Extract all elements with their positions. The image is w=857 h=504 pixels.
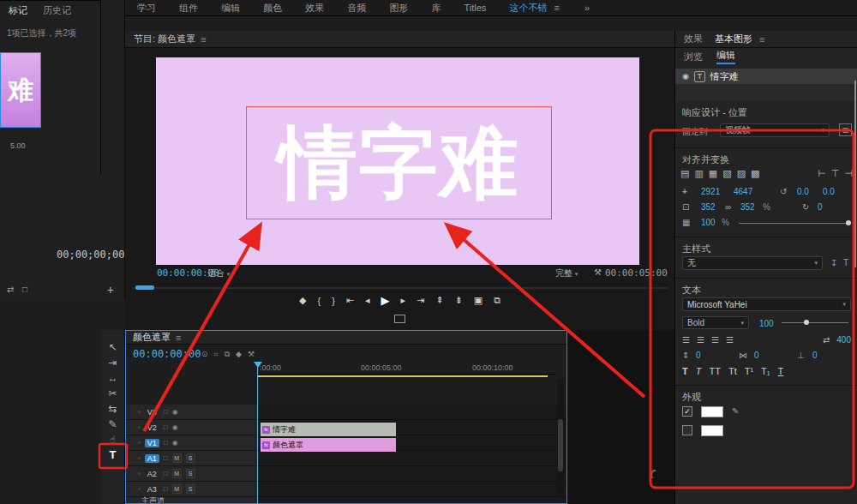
text-selection-box[interactable]: 情字难 xyxy=(246,106,552,219)
opacity-slider-knob[interactable] xyxy=(846,220,851,225)
subtab-edit[interactable]: 编辑 xyxy=(716,49,735,64)
eyedropper-icon[interactable]: ✎ xyxy=(732,406,739,416)
go-to-in-button[interactable]: ⇤ xyxy=(346,295,354,306)
sync-lock-icon[interactable]: □ xyxy=(164,408,168,416)
track-label-v3[interactable]: V3 xyxy=(145,408,159,417)
font-size-slider-knob[interactable] xyxy=(804,320,809,325)
rotation-value[interactable]: 0 xyxy=(818,202,823,212)
fill-color-swatch[interactable] xyxy=(701,406,723,417)
timeline-ruler[interactable]: :00:00 00:00:05:00 00:00:10:00 xyxy=(258,362,555,375)
monitor-scrubber[interactable] xyxy=(132,285,668,291)
workspace-tab-titles[interactable]: Titles xyxy=(454,0,497,16)
track-output-eye-icon[interactable]: ◉ xyxy=(172,423,178,431)
scrubber-handle[interactable] xyxy=(135,285,154,290)
style-text-icon[interactable]: T xyxy=(843,258,848,267)
extract-button[interactable]: ⇟ xyxy=(455,295,463,306)
preview-title-text[interactable]: 情字难 xyxy=(279,110,520,216)
distribute-center-button[interactable]: ⊤ xyxy=(831,168,840,179)
align-left-button[interactable]: ▤ xyxy=(680,168,689,179)
mark-out-button[interactable]: } xyxy=(332,296,335,306)
subscript-button[interactable]: T₁ xyxy=(761,366,770,376)
align-text-left-button[interactable]: ☰ xyxy=(682,335,690,345)
all-caps-button[interactable]: TT xyxy=(709,366,720,376)
master-style-dropdown[interactable]: 无 ▾ xyxy=(682,256,823,270)
ripple-edit-tool[interactable]: ↔ xyxy=(108,371,118,385)
panel-add-icon[interactable]: + xyxy=(107,283,114,297)
mute-button[interactable]: M xyxy=(172,484,182,494)
export-frame-button[interactable]: ▣ xyxy=(474,295,482,306)
leading-value[interactable]: 0 xyxy=(696,351,701,360)
tracking-value[interactable]: 400 xyxy=(836,335,851,345)
align-right-button[interactable]: ▦ xyxy=(709,168,717,179)
lock-icon[interactable]: ▫ xyxy=(138,470,141,477)
mark-in-button[interactable]: { xyxy=(317,296,321,306)
panel-menu-icon[interactable]: ≡ xyxy=(759,34,764,45)
mixer-timecode[interactable]: 00;00;00;00 xyxy=(57,249,124,261)
lock-icon[interactable]: ▫ xyxy=(138,454,141,462)
timeline-clip-color-matte[interactable]: fx 颜色遮罩 xyxy=(261,438,396,452)
slip-tool[interactable]: ⇆ xyxy=(108,402,117,416)
scale-y-value[interactable]: 352 xyxy=(740,202,755,212)
track-label-v1[interactable]: V1 xyxy=(145,439,159,447)
font-size-slider[interactable] xyxy=(782,322,848,323)
solo-button[interactable]: S xyxy=(186,469,195,478)
lock-icon[interactable]: ▫ xyxy=(138,485,141,493)
monitor-button-editor-toggle[interactable] xyxy=(394,315,405,323)
track-label-v2[interactable]: V2 xyxy=(145,423,159,432)
underline-button[interactable]: T xyxy=(778,366,784,376)
linked-selection-icon[interactable]: ⧉ xyxy=(225,350,230,359)
superscript-button[interactable]: T¹ xyxy=(745,366,753,376)
align-text-right-button[interactable]: ☰ xyxy=(711,335,719,345)
step-forward-button[interactable]: ▸ xyxy=(401,295,406,306)
align-center-h-button[interactable]: ▥ xyxy=(694,168,703,179)
sync-lock-icon[interactable]: □ xyxy=(164,470,168,477)
align-middle-button[interactable]: ▨ xyxy=(737,168,746,179)
push-style-icon[interactable]: ↧ xyxy=(830,258,837,267)
lock-icon[interactable]: ▫ xyxy=(138,423,141,431)
align-text-center-button[interactable]: ☰ xyxy=(697,335,704,345)
pin-to-dropdown[interactable]: 视频帧 ▾ xyxy=(720,123,830,137)
add-marker-icon[interactable]: ◆ xyxy=(236,350,242,359)
opacity-slider[interactable] xyxy=(739,223,851,224)
fill-checkbox[interactable]: ✓ xyxy=(682,406,692,417)
scrollbar-thumb[interactable] xyxy=(558,419,563,472)
workspace-tab-libraries[interactable]: 库 xyxy=(421,0,451,16)
position-x-value[interactable]: 2921 xyxy=(701,187,720,196)
workspace-tab-audio[interactable]: 音频 xyxy=(337,0,376,16)
tab-history[interactable]: 历史记 xyxy=(43,4,71,17)
track-label-a3[interactable]: A3 xyxy=(145,485,159,494)
reset-icon[interactable]: ↺ xyxy=(780,187,787,196)
faux-bold-button[interactable]: T xyxy=(682,366,688,376)
mute-button[interactable]: M xyxy=(172,453,182,463)
stroke-color-swatch[interactable] xyxy=(701,425,723,436)
go-to-out-button[interactable]: ⇥ xyxy=(417,295,424,306)
workspace-tab-custom[interactable]: 这个不错 ≡ xyxy=(499,0,569,16)
layer-name[interactable]: 情字难 xyxy=(710,70,739,83)
playhead[interactable] xyxy=(257,362,258,503)
workspace-tab-editing[interactable]: 编辑 xyxy=(211,0,250,16)
workspace-tab-assembly[interactable]: 组件 xyxy=(169,0,208,16)
align-bottom-button[interactable]: ▩ xyxy=(751,168,759,179)
track-output-eye-icon[interactable]: ◉ xyxy=(172,439,178,447)
sync-lock-icon[interactable]: □ xyxy=(164,485,168,493)
font-style-dropdown[interactable]: Bold ▾ xyxy=(682,316,749,329)
track-label-a2[interactable]: A2 xyxy=(145,470,159,478)
anchor-x-value[interactable]: 0.0 xyxy=(797,187,809,196)
selection-tool[interactable]: ↖ xyxy=(108,340,117,354)
panel-menu-icon[interactable]: ≡ xyxy=(201,34,206,45)
workspace-tab-learning[interactable]: 学习 xyxy=(127,0,166,16)
solo-button[interactable]: S xyxy=(186,453,195,463)
workspace-tab-graphics[interactable]: 图形 xyxy=(379,0,418,16)
position-y-value[interactable]: 4647 xyxy=(734,187,752,196)
track-lane-v3[interactable] xyxy=(258,405,566,420)
inspector-scrollbar[interactable] xyxy=(854,81,856,267)
fit-dropdown[interactable]: 适合 ▾ xyxy=(207,267,230,279)
subtab-browse[interactable]: 浏览 xyxy=(684,51,703,63)
distribute-right-button[interactable]: ⊣ xyxy=(844,168,853,179)
playhead-handle[interactable] xyxy=(254,362,262,368)
timeline-clip-graphic[interactable]: fx 情字难 xyxy=(261,423,396,436)
quality-dropdown[interactable]: 完整 ▾ xyxy=(555,267,578,279)
sync-lock-icon[interactable]: □ xyxy=(164,439,168,447)
faux-italic-button[interactable]: T xyxy=(696,366,702,376)
track-label-a1[interactable]: A1 xyxy=(145,454,159,463)
